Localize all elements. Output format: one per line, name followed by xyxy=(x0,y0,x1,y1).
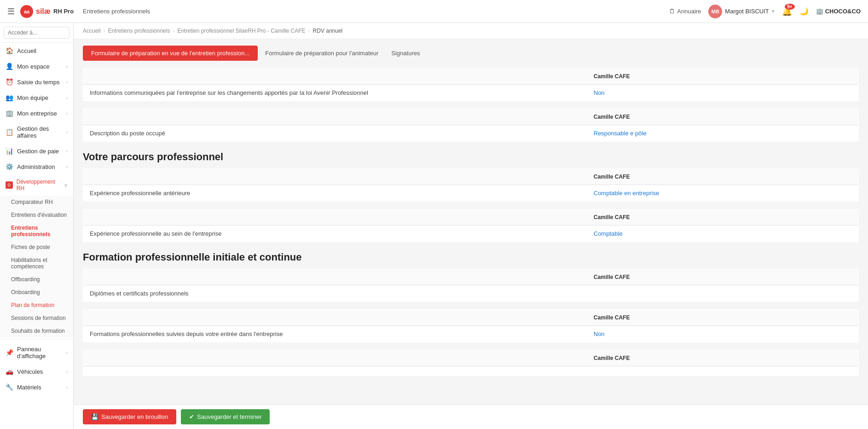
tab-bar: Formulaire de préparation en vue de l'en… xyxy=(83,39,859,61)
sidebar-item-label: Gestion des affaires xyxy=(17,125,66,139)
car-icon: 🚗 xyxy=(6,368,13,375)
sidebar-item-label: Accueil xyxy=(17,47,36,54)
breadcrumb-entretien-detail[interactable]: Entretien professionnel SilaeRH Pro - Ca… xyxy=(177,28,305,34)
sidebar-item-mon-equipe[interactable]: 👥 Mon équipe › xyxy=(0,90,73,105)
sidebar-item-label: Mon espace xyxy=(17,63,50,70)
table-row: Expérience professionnelle au sein de l'… xyxy=(83,226,859,242)
sidebar-search-container xyxy=(0,23,73,43)
sidebar-submenu-comparateur[interactable]: Comparateur RH xyxy=(6,196,73,209)
sidebar-item-administration[interactable]: ⚙️ Administration › xyxy=(0,159,73,174)
sidebar-item-saisie-temps[interactable]: ⏰ Saisie du temps › xyxy=(0,74,73,90)
avatar: MB xyxy=(708,5,722,18)
col-header-employee-5: Camille CAFE xyxy=(587,269,859,285)
sidebar-item-mon-entreprise[interactable]: 🏢 Mon entreprise › xyxy=(0,105,73,121)
sidebar-submenu-plan-formation[interactable]: Plan de formation xyxy=(6,299,73,312)
user-icon: 👤 xyxy=(6,63,13,70)
sidebar-item-label: Mon équipe xyxy=(17,94,48,101)
chevron-right-icon: › xyxy=(66,110,68,116)
user-name: Margot BISCUIT xyxy=(725,8,769,15)
tab-prep-salarie[interactable]: Formulaire de préparation en vue de l'en… xyxy=(83,46,258,61)
logo-sub: RH Pro xyxy=(53,8,74,15)
table-row: Diplômes et certificats professionnels xyxy=(83,285,859,302)
tab-signatures[interactable]: Signatures xyxy=(386,46,425,61)
save-finish-button[interactable]: ✔ Sauvegarder et terminer xyxy=(181,409,270,424)
row-label: Expérience professionnelle antérieure xyxy=(83,185,587,202)
sidebar-item-label: Développement RH xyxy=(17,179,64,191)
sidebar: 🏠 Accueil 👤 Mon espace › ⏰ Saisie du tem… xyxy=(0,23,74,429)
sidebar-item-accueil[interactable]: 🏠 Accueil xyxy=(0,43,73,58)
col-header-employee-3: Camille CAFE xyxy=(587,169,859,185)
sidebar-submenu-eval[interactable]: Entretiens d'évaluation xyxy=(6,209,73,221)
table-info-loi: Camille CAFE Informations communiquées p… xyxy=(83,68,859,101)
table-row: Expérience professionnelle antérieure Co… xyxy=(83,185,859,202)
company-selector[interactable]: 🏢 CHOCO&CO xyxy=(816,8,861,15)
breadcrumb-sep-3: › xyxy=(308,28,310,34)
breadcrumb-sep-1: › xyxy=(104,28,105,34)
section-title-parcours: Votre parcours professionnel xyxy=(83,151,859,163)
sidebar-item-mon-espace[interactable]: 👤 Mon espace › xyxy=(0,58,73,74)
sidebar-submenu-souhaits-formation[interactable]: Souhaits de formation xyxy=(6,325,73,337)
col-header-question xyxy=(83,269,587,285)
sidebar-submenu-fiches-poste[interactable]: Fiches de poste xyxy=(6,241,73,254)
board-icon: 📌 xyxy=(6,349,13,356)
table-row: Description du poste occupé Responsable … xyxy=(83,125,859,142)
sidebar-item-label: Gestion de paie xyxy=(17,148,59,155)
sidebar-item-gestion-paie[interactable]: 📊 Gestion de paie › xyxy=(0,143,73,159)
sidebar-item-developpement-rh[interactable]: D Développement RH ∨ xyxy=(0,174,73,196)
col-header-employee-4: Camille CAFE xyxy=(587,209,859,226)
sidebar-submenu-offboarding[interactable]: Offboarding xyxy=(6,273,73,286)
table-diplomes: Camille CAFE Diplômes et certificats pro… xyxy=(83,269,859,302)
user-menu[interactable]: MB Margot BISCUIT ▾ xyxy=(708,5,774,18)
sidebar-item-vehicules[interactable]: 🚗 Véhicules › xyxy=(0,364,73,379)
row-value: Comptable en entreprise xyxy=(587,185,859,202)
sidebar-item-panneau-affichage[interactable]: 📌 Panneau d'affichage › xyxy=(0,342,73,364)
row-label: Description du poste occupé xyxy=(83,125,587,142)
chevron-right-icon: › xyxy=(66,384,68,390)
sidebar-item-label: Saisie du temps xyxy=(17,79,60,86)
chevron-right-icon: › xyxy=(66,369,68,374)
breadcrumb-sep-2: › xyxy=(173,28,174,34)
chevron-right-icon: › xyxy=(66,95,68,100)
col-header-employee-7: Camille CAFE xyxy=(587,350,859,366)
sidebar-item-label: Administration xyxy=(17,163,55,170)
sidebar-submenu-habilitations[interactable]: Habilitations et compétences xyxy=(6,254,73,273)
team-icon: 👥 xyxy=(6,94,13,101)
sidebar-submenu-onboarding[interactable]: Onboarding xyxy=(6,286,73,299)
breadcrumb-entretiens[interactable]: Entretiens professionnels xyxy=(108,28,170,34)
chevron-right-icon: › xyxy=(66,129,68,135)
sidebar-submenu-sessions-formation[interactable]: Sessions de formation xyxy=(6,312,73,325)
save-draft-button[interactable]: 💾 Sauvegarder en brouillon xyxy=(83,409,176,424)
row-value: Comptable xyxy=(587,226,859,242)
dark-mode-toggle[interactable]: 🌙 xyxy=(799,7,809,16)
chevron-right-icon: › xyxy=(66,148,68,154)
hamburger-icon[interactable]: ☰ xyxy=(7,6,15,17)
search-input[interactable] xyxy=(4,27,69,39)
sidebar-item-label: Véhicules xyxy=(17,368,43,375)
logo-circle: aa xyxy=(20,5,33,18)
col-header-question xyxy=(83,350,587,366)
payroll-icon: 📊 xyxy=(6,147,13,155)
sidebar-submenu-entretiens-pro[interactable]: Entretiens professionnels xyxy=(6,221,73,241)
row-value: Non xyxy=(587,326,859,342)
tab-prep-animateur[interactable]: Formulaire de préparation pour l'animate… xyxy=(260,46,384,61)
col-header-question xyxy=(83,169,587,185)
sidebar-item-label: Panneau d'affichage xyxy=(17,346,66,359)
row-label: Diplômes et certificats professionnels xyxy=(83,285,587,302)
briefcase-icon: 📋 xyxy=(6,128,13,136)
tools-icon: 🔧 xyxy=(6,383,13,391)
breadcrumb-accueil[interactable]: Accueil xyxy=(83,28,101,34)
notifications-button[interactable]: 🔔 9+ xyxy=(782,6,792,17)
breadcrumb: Accueil › Entretiens professionnels › En… xyxy=(74,23,868,39)
row-value xyxy=(587,366,859,376)
logo-text: silæ xyxy=(36,7,51,16)
sidebar-item-materiels[interactable]: 🔧 Matériels › xyxy=(0,379,73,395)
chevron-down-icon: ∨ xyxy=(64,182,68,188)
chevron-right-icon: › xyxy=(66,64,68,69)
clock-icon: ⏰ xyxy=(6,78,13,86)
notif-badge: 9+ xyxy=(785,4,794,10)
chevron-right-icon: › xyxy=(66,79,68,85)
annuaire-link[interactable]: 🗒 Annuaire xyxy=(669,8,701,15)
row-label: Informations communiquées par l'entrepri… xyxy=(83,85,587,101)
enterprise-icon: 🏢 xyxy=(6,110,13,117)
sidebar-item-gestion-affaires[interactable]: 📋 Gestion des affaires › xyxy=(0,121,73,143)
